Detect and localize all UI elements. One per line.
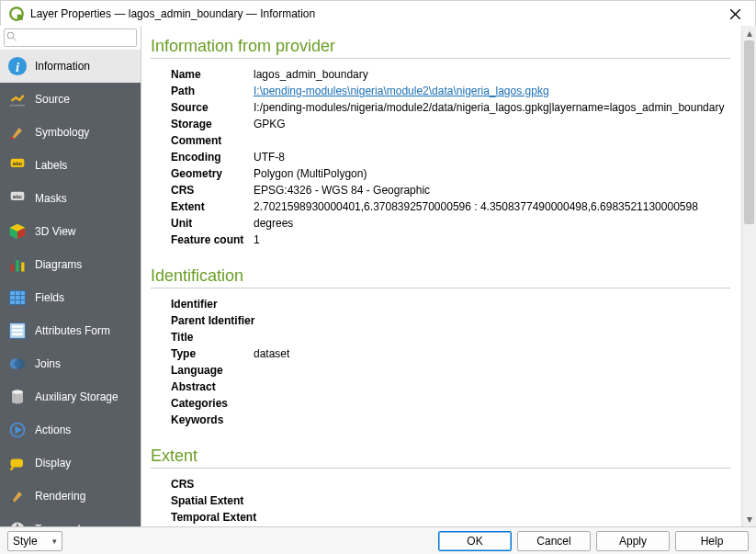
label-temporal-extent: Temporal Extent [171, 510, 272, 525]
scroll-down-icon[interactable]: ▾ [742, 512, 756, 526]
label-crs: CRS [171, 183, 254, 198]
value-ext-crs [254, 477, 730, 492]
label-keywords: Keywords [171, 413, 254, 427]
value-identifier [254, 297, 730, 311]
apply-button[interactable]: Apply [596, 531, 670, 551]
sidebar-item-labels[interactable]: abc Labels [0, 149, 141, 182]
scroll-thumb[interactable] [744, 40, 754, 224]
label-abstract: Abstract [171, 379, 254, 394]
sidebar-item-temporal[interactable]: Temporal [0, 513, 141, 526]
svg-rect-31 [11, 459, 24, 468]
value-temporal-extent [272, 510, 730, 525]
window-title: Layer Properties — lagos_admin_boundary … [30, 7, 722, 20]
close-button[interactable] [722, 1, 748, 27]
sidebar-item-3dview[interactable]: 3D View [0, 215, 141, 248]
label-storage: Storage [171, 117, 254, 131]
sidebar-item-auxiliary-storage[interactable]: Auxiliary Storage [0, 380, 141, 413]
display-icon [7, 453, 28, 473]
rendering-icon [7, 486, 28, 506]
value-unit: degrees [254, 216, 730, 231]
value-language [254, 363, 730, 378]
ok-button[interactable]: OK [438, 531, 512, 551]
label-source: Source [171, 100, 254, 115]
svg-rect-13 [11, 265, 14, 272]
cancel-button[interactable]: Cancel [517, 531, 591, 551]
value-storage: GPKG [254, 117, 730, 131]
sidebar-list: i Information Source Symbology abc Label… [0, 50, 141, 526]
sidebar-item-information[interactable]: i Information [0, 50, 141, 83]
sidebar-item-fields[interactable]: Fields [0, 281, 141, 314]
value-crs: EPSG:4326 - WGS 84 - Geographic [254, 183, 730, 198]
sidebar-item-masks[interactable]: abc Masks [0, 182, 141, 215]
label-comment: Comment [171, 133, 254, 148]
label-path: Path [171, 84, 254, 98]
sidebar-item-label: Auxiliary Storage [35, 390, 118, 403]
sidebar-item-rendering[interactable]: Rendering [0, 480, 141, 513]
masks-icon: abc [7, 188, 28, 209]
value-comment [254, 133, 730, 148]
label-categories: Categories [171, 396, 254, 411]
label-name: Name [171, 67, 254, 82]
section-heading-provider: Information from provider [151, 37, 730, 56]
titlebar: Layer Properties — lagos_admin_boundary … [1, 1, 755, 27]
actions-icon [7, 420, 28, 440]
joins-icon [7, 354, 28, 374]
svg-marker-30 [16, 426, 23, 434]
chevron-down-icon: ▾ [52, 537, 57, 546]
main-panel: Information from provider Namelagos_admi… [141, 26, 756, 526]
svg-text:abc: abc [13, 161, 23, 166]
svg-rect-16 [10, 291, 26, 305]
svg-point-26 [15, 358, 26, 369]
sidebar-item-label: Display [35, 457, 71, 469]
main-scroll[interactable]: Information from provider Namelagos_admi… [141, 26, 741, 526]
aux-storage-icon [7, 387, 28, 407]
value-path-link[interactable]: I:\pending-modules\nigeria\module2\data\… [254, 85, 549, 97]
style-button-label: Style [13, 535, 38, 548]
value-type: dataset [254, 346, 730, 361]
value-abstract [254, 379, 730, 394]
sidebar-item-symbology[interactable]: Symbology [0, 116, 141, 149]
sidebar-item-label: Joins [35, 357, 61, 370]
value-spatial-extent [272, 493, 730, 508]
label-spatial-extent: Spatial Extent [171, 493, 272, 508]
label-parent-identifier: Parent Identifier [171, 313, 272, 328]
value-encoding: UTF-8 [254, 150, 730, 164]
sidebar-item-label: Source [35, 93, 70, 106]
sidebar-item-label: Actions [35, 424, 71, 436]
scroll-up-icon[interactable]: ▴ [742, 26, 756, 40]
vertical-scrollbar[interactable]: ▴ ▾ [741, 26, 756, 526]
value-source: I:/pending-modules/nigeria/module2/data/… [254, 100, 730, 115]
label-encoding: Encoding [171, 150, 254, 164]
sidebar-item-label: Symbology [35, 126, 89, 139]
sidebar-item-source[interactable]: Source [0, 83, 141, 116]
sidebar-item-actions[interactable]: Actions [0, 413, 141, 447]
diagrams-icon [7, 254, 28, 275]
label-language: Language [171, 363, 254, 378]
sidebar-item-label: Rendering [35, 490, 85, 503]
label-unit: Unit [171, 216, 254, 231]
sidebar-item-label: Information [35, 60, 90, 73]
label-geometry: Geometry [171, 166, 254, 181]
value-extent: 2.7021598930000401,6.3708392570000596 : … [254, 199, 730, 214]
value-parent-identifier [272, 313, 730, 328]
fields-icon [7, 288, 28, 308]
sidebar-item-display[interactable]: Display [0, 447, 141, 480]
sidebar-item-joins[interactable]: Joins [0, 347, 141, 380]
section-heading-extent: Extent [151, 447, 730, 466]
help-button[interactable]: Help [675, 531, 749, 551]
sidebar-item-attributes-form[interactable]: Attributes Form [0, 314, 141, 347]
sidebar-item-label: Masks [35, 192, 67, 205]
divider [151, 288, 730, 288]
sidebar-item-label: Attributes Form [35, 324, 110, 337]
temporal-icon [7, 519, 28, 526]
sidebar-item-diagrams[interactable]: Diagrams [0, 248, 141, 281]
svg-rect-32 [11, 501, 14, 503]
qgis-logo-icon [8, 6, 25, 22]
search-input[interactable] [4, 28, 137, 47]
label-ext-crs: CRS [171, 477, 254, 492]
left-panel: i Information Source Symbology abc Label… [0, 26, 141, 526]
label-type: Type [171, 346, 254, 361]
style-menu-button[interactable]: Style ▾ [7, 531, 62, 551]
sidebar-item-label: 3D View [35, 225, 75, 238]
label-identifier: Identifier [171, 297, 254, 311]
